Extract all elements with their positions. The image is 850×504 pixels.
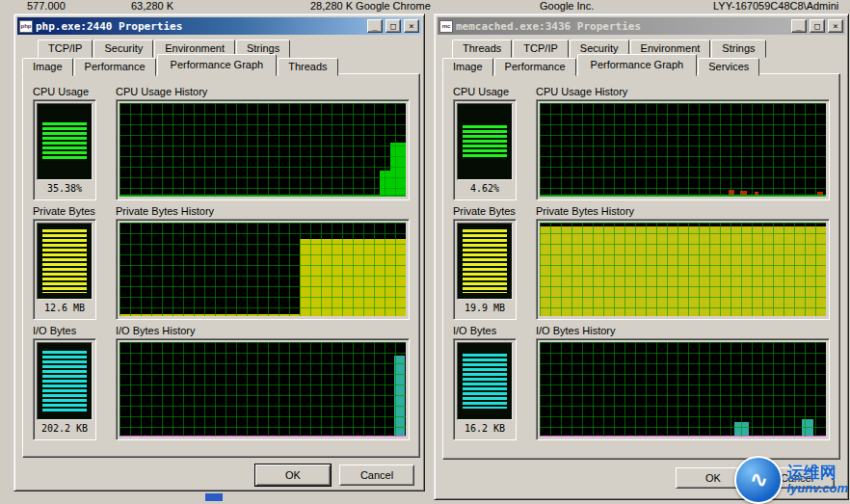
minimize-button[interactable]: _ — [791, 19, 807, 33]
performance-graph-page: CPU Usage CPU Usage History 4.62% Privat… — [442, 73, 840, 460]
private-bytes-history-plot — [120, 223, 406, 316]
private-bytes-history-graph — [116, 219, 410, 320]
io-bytes-meter: 16.2 KB — [453, 338, 517, 440]
cpu-usage-meter: 4.62% — [453, 99, 517, 200]
private-bytes-value: 12.6 MB — [37, 300, 93, 316]
close-button[interactable]: × — [404, 19, 419, 33]
window-title: memcached.exe:3436 Properties — [456, 20, 788, 33]
tab-performance-graph[interactable]: Performance Graph — [157, 54, 278, 76]
private-bytes-history-graph — [536, 219, 830, 320]
properties-window-php: php php.exe:2440 Properties _ □ × TCP/IP… — [13, 13, 425, 491]
private-bytes-value: 19.9 MB — [457, 300, 513, 316]
cpu-usage-value: 4.62% — [457, 180, 513, 197]
ok-button[interactable]: OK — [255, 464, 331, 486]
cpu-usage-label: CPU Usage — [33, 86, 89, 97]
tab-row-front: Image Performance Performance Graph Serv… — [442, 54, 760, 76]
private-bytes-history-label: Private Bytes History — [536, 205, 634, 217]
private-bytes-history-plot — [540, 223, 826, 316]
cpu-history-label: CPU Usage History — [536, 86, 627, 97]
io-bytes-history-plot — [120, 342, 406, 437]
tab-performance[interactable]: Performance — [494, 58, 576, 76]
maximize-button[interactable]: □ — [385, 19, 401, 33]
io-bytes-value: 202.2 KB — [37, 420, 93, 437]
private-bytes-meter-bar — [457, 223, 513, 300]
watermark-logo-icon: ∿ — [734, 456, 783, 504]
tab-services[interactable]: Services — [698, 58, 759, 76]
bg-text: 577.000 — [27, 0, 66, 12]
cpu-history-graph — [116, 99, 410, 200]
close-button[interactable]: × — [828, 19, 843, 33]
taskbar-fragment — [205, 493, 223, 501]
cpu-history-plot — [540, 103, 826, 197]
cpu-usage-meter: 35.38% — [33, 99, 96, 200]
site-watermark: ∿ 运维网 lyunv.com — [734, 456, 848, 504]
tab-performance[interactable]: Performance — [74, 58, 156, 76]
private-bytes-label: Private Bytes — [33, 205, 95, 217]
cpu-meter-bar — [457, 103, 513, 180]
private-bytes-label: Private Bytes — [453, 205, 516, 217]
private-bytes-history-label: Private Bytes History — [116, 205, 214, 217]
php-app-icon: php — [19, 20, 33, 33]
tab-threads[interactable]: Threads — [278, 58, 337, 76]
tab-row-front: Image Performance Performance Graph Thre… — [22, 54, 339, 76]
watermark-site: lyunv.com — [786, 482, 848, 495]
io-bytes-history-graph — [116, 338, 410, 440]
cpu-usage-value: 35.38% — [37, 180, 93, 197]
performance-graph-page: CPU Usage CPU Usage History 35.38% Priva… — [22, 73, 420, 458]
tab-performance-graph[interactable]: Performance Graph — [577, 54, 698, 76]
io-bytes-history-label: I/O Bytes History — [536, 325, 616, 336]
maximize-button[interactable]: □ — [810, 19, 825, 33]
bg-text: Google Inc. — [540, 0, 594, 12]
io-bytes-meter-bar — [457, 342, 513, 420]
cpu-history-label: CPU Usage History — [116, 86, 207, 97]
titlebar[interactable]: php php.exe:2440 Properties _ □ × — [17, 17, 421, 35]
cpu-history-graph — [536, 99, 830, 200]
io-bytes-history-plot — [540, 342, 826, 437]
tab-image[interactable]: Image — [442, 58, 493, 76]
private-bytes-meter: 19.9 MB — [453, 219, 517, 320]
io-bytes-history-graph — [536, 338, 830, 440]
titlebar[interactable]: mc memcached.exe:3436 Properties _ □ × — [438, 17, 845, 35]
cpu-meter-bar — [37, 103, 93, 180]
tab-image[interactable]: Image — [22, 58, 73, 76]
io-bytes-label: I/O Bytes — [33, 325, 76, 336]
io-bytes-value: 16.2 KB — [457, 420, 513, 437]
io-bytes-history-label: I/O Bytes History — [116, 325, 196, 336]
bg-text: 63,280 K — [131, 0, 173, 12]
io-bytes-meter-bar — [37, 342, 93, 420]
private-bytes-meter-bar — [37, 223, 93, 300]
io-bytes-meter: 202.2 KB — [33, 338, 96, 440]
cpu-usage-label: CPU Usage — [453, 86, 509, 97]
bg-text: LYY-167059C48C8\Admini — [713, 0, 838, 12]
io-bytes-label: I/O Bytes — [453, 325, 496, 336]
cancel-button[interactable]: Cancel — [339, 464, 414, 486]
cpu-history-plot — [120, 103, 406, 197]
minimize-button[interactable]: _ — [367, 19, 383, 33]
watermark-name: 运维网 — [786, 464, 848, 483]
desktop: 577.000 63,280 K 28,280 K Google Chrome … — [0, 0, 850, 504]
properties-window-memcached: mc memcached.exe:3436 Properties _ □ × T… — [434, 13, 849, 500]
bg-text: 28,280 K Google Chrome — [310, 0, 431, 12]
memcached-app-icon: mc — [439, 20, 453, 33]
private-bytes-meter: 12.6 MB — [33, 219, 96, 320]
window-title: php.exe:2440 Properties — [36, 20, 364, 33]
